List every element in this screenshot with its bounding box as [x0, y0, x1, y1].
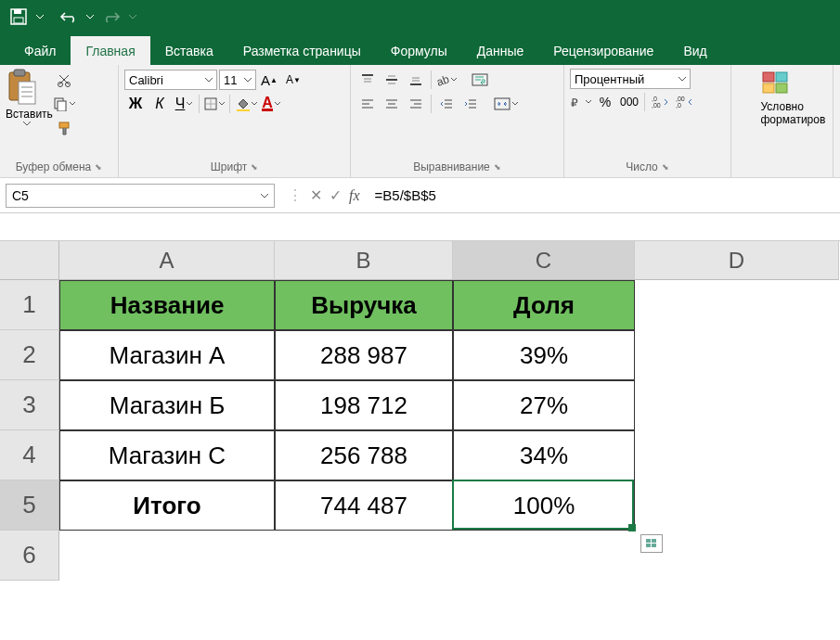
cell-C3[interactable]: 27% [453, 380, 635, 430]
copy-button[interactable] [52, 93, 76, 115]
row-header-5[interactable]: 5 [0, 480, 59, 531]
insert-function-button[interactable]: fx [349, 187, 360, 204]
orientation-button[interactable]: ab [435, 69, 458, 91]
row-header-6[interactable]: 6 [0, 531, 59, 581]
undo-button[interactable] [54, 2, 84, 32]
increase-indent-button[interactable] [459, 93, 482, 115]
formula-input[interactable]: =B5/$B$5 [368, 187, 840, 203]
align-left-button[interactable] [356, 93, 379, 115]
svg-text:,0: ,0 [652, 96, 657, 102]
column-header-A[interactable]: A [59, 241, 275, 280]
conditional-formatting-button[interactable]: Условно форматиров [761, 69, 804, 126]
percent-format-button[interactable]: % [594, 91, 616, 113]
comma-format-button[interactable]: 000 [618, 91, 640, 113]
cell-C1[interactable]: Доля [453, 280, 635, 330]
spreadsheet-grid[interactable]: ABCD 123456 НазваниеВыручкаДоляМагазин А… [0, 241, 840, 640]
svg-text:,00: ,00 [652, 102, 661, 109]
italic-button[interactable]: К [149, 93, 171, 115]
merge-center-button[interactable] [493, 93, 519, 115]
column-header-D[interactable]: D [635, 241, 839, 280]
tab-insert[interactable]: Вставка [150, 36, 228, 65]
paste-button[interactable]: Вставить [6, 69, 48, 126]
svg-point-10 [66, 83, 71, 87]
column-header-C[interactable]: C [453, 241, 635, 280]
svg-text:,00: ,00 [676, 96, 685, 102]
clipboard-launcher[interactable]: ⬊ [95, 162, 102, 172]
format-painter-button[interactable] [52, 117, 76, 139]
tab-data[interactable]: Данные [462, 36, 539, 65]
cell-A2[interactable]: Магазин А [59, 330, 275, 380]
tab-formulas[interactable]: Формулы [376, 36, 462, 65]
tab-home[interactable]: Главная [71, 36, 149, 65]
decrease-indent-button[interactable] [435, 93, 458, 115]
accounting-format-button[interactable]: ₽ [570, 91, 592, 113]
ribbon-tabs: Файл Главная Вставка Разметка страницы Ф… [0, 33, 840, 65]
name-box[interactable]: C5 [6, 184, 275, 208]
autofill-options-button[interactable] [640, 534, 663, 553]
decrease-font-button[interactable]: A▼ [282, 69, 304, 91]
save-button[interactable] [4, 2, 33, 32]
qat-customize-caret[interactable] [33, 2, 46, 32]
tab-file[interactable]: Файл [9, 36, 71, 65]
font-name-combo[interactable]: Calibri [124, 70, 217, 90]
cell-C2[interactable]: 39% [453, 330, 635, 380]
column-header-B[interactable]: B [275, 241, 453, 280]
underline-button[interactable]: Ч [173, 93, 195, 115]
confirm-formula-button[interactable]: ✓ [330, 186, 342, 204]
redo-button [97, 2, 126, 32]
cell-B1[interactable]: Выручка [275, 280, 453, 330]
svg-rect-13 [59, 122, 69, 128]
svg-rect-56 [646, 544, 651, 547]
cell-B2[interactable]: 288 987 [275, 330, 453, 380]
row-header-1[interactable]: 1 [0, 280, 59, 330]
select-all-corner[interactable] [0, 241, 59, 280]
cell-C4[interactable]: 34% [453, 430, 635, 480]
number-launcher[interactable]: ⬊ [662, 162, 669, 172]
svg-rect-44 [495, 98, 510, 109]
svg-rect-5 [19, 82, 35, 104]
svg-rect-53 [776, 83, 787, 93]
svg-rect-1 [14, 9, 21, 14]
tab-review[interactable]: Рецензирование [538, 36, 668, 65]
row-header-4[interactable]: 4 [0, 430, 59, 480]
cell-A3[interactable]: Магазин Б [59, 380, 275, 430]
font-color-button[interactable]: А [260, 93, 282, 115]
align-right-button[interactable] [405, 93, 427, 115]
fill-color-button[interactable] [234, 93, 258, 115]
cut-button[interactable] [52, 69, 76, 91]
font-launcher[interactable]: ⬊ [251, 162, 258, 172]
align-bottom-button[interactable] [405, 69, 427, 91]
increase-font-button[interactable]: A▲ [258, 69, 280, 91]
bold-button[interactable]: Ж [124, 93, 147, 115]
svg-rect-51 [776, 72, 787, 82]
wrap-text-button[interactable] [469, 69, 491, 91]
borders-button[interactable] [203, 93, 226, 115]
cell-A5[interactable]: Итого [59, 480, 275, 531]
row-header-3[interactable]: 3 [0, 380, 59, 430]
align-middle-button[interactable] [381, 69, 403, 91]
font-size-combo[interactable]: 11 [219, 70, 256, 90]
tab-layout[interactable]: Разметка страницы [228, 36, 376, 65]
undo-caret[interactable] [84, 2, 97, 32]
font-group-label: Шрифт [211, 160, 247, 173]
decrease-decimal-button[interactable]: ,00,0 [673, 91, 695, 113]
increase-decimal-button[interactable]: ,0,00 [649, 91, 671, 113]
row-header-2[interactable]: 2 [0, 330, 59, 380]
cell-B5[interactable]: 744 487 [275, 480, 453, 531]
svg-text:₽: ₽ [571, 96, 578, 109]
svg-rect-4 [14, 70, 25, 76]
align-center-button[interactable] [381, 93, 403, 115]
cell-A1[interactable]: Название [59, 280, 275, 330]
number-format-combo[interactable]: Процентный [570, 69, 691, 89]
cell-B4[interactable]: 256 788 [275, 430, 453, 480]
cancel-formula-button[interactable]: ✕ [310, 186, 322, 204]
align-top-button[interactable] [356, 69, 379, 91]
cell-B3[interactable]: 198 712 [275, 380, 453, 430]
cell-A4[interactable]: Магазин С [59, 430, 275, 480]
tab-view[interactable]: Вид [668, 36, 721, 65]
svg-rect-52 [763, 83, 774, 93]
svg-text:ab: ab [436, 73, 449, 86]
alignment-launcher[interactable]: ⬊ [494, 162, 501, 172]
cell-C5[interactable]: 100% [453, 480, 635, 531]
svg-point-9 [58, 83, 63, 87]
